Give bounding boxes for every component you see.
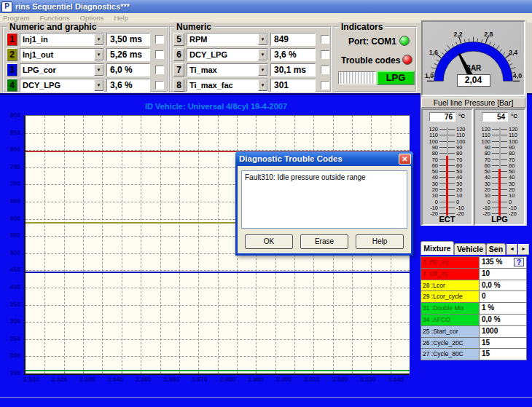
chevron-down-icon[interactable]: ▼ [258, 33, 267, 45]
table-row-label: 4 :Off_inj [421, 269, 480, 280]
channel-row: 6DCY_LPG▼3,6 % [171, 47, 330, 62]
tab-vehicle[interactable]: Vehicle [454, 243, 486, 255]
x-axis-tick-label: 2.990 [243, 376, 269, 383]
table-row-label: 27 :Cycle_80C [421, 349, 480, 360]
x-axis-tick-label: 3.010 [299, 376, 325, 383]
table-row: 34 :AFCO0,0 % [421, 315, 526, 326]
y-axis-tick-label: 450 [0, 266, 20, 273]
channel-checkbox[interactable] [321, 81, 329, 90]
channel-checkbox[interactable] [321, 66, 329, 74]
channel-dropdown[interactable]: DCY_LPG▼ [20, 79, 104, 92]
y-axis-tick-label: 350 [0, 301, 20, 308]
grid-line-vertical [44, 116, 45, 374]
trace-lpg_cor [26, 272, 410, 273]
table-row-label: 31 :Double Mix [421, 303, 480, 314]
channel-number-box: 1 [7, 33, 17, 46]
y-axis-tick-label: 200 [0, 352, 20, 359]
chevron-down-icon[interactable]: ▼ [258, 49, 267, 60]
chevron-down-icon[interactable]: ▼ [94, 33, 103, 45]
help-icon[interactable]: ? [514, 258, 524, 266]
channel-dropdown[interactable]: LPG_cor▼ [20, 63, 104, 76]
channel-row: 3LPG_cor▼6,0 % [4, 62, 167, 77]
channel-dropdown[interactable]: RPM▼ [187, 33, 268, 46]
thermometer-name: ECT [423, 215, 472, 224]
tab-mixture[interactable]: Mixture [420, 241, 454, 255]
close-icon[interactable]: ✕ [399, 154, 411, 165]
table-row-value: 15 [480, 338, 526, 349]
title-bar[interactable]: P rins Sequentiel Diagnostics*** [0, 0, 532, 13]
lpg-fuel-button[interactable]: LPG [377, 71, 415, 85]
chart-x-axis: 2.9102.9202.9302.9402.9502.9602.9702.980… [24, 376, 418, 384]
channel-number-box: 6 [173, 48, 184, 61]
x-axis-tick-label: 2.980 [215, 376, 241, 383]
dialog-title-bar[interactable]: Diagnostic Trouble Codes ✕ [235, 151, 413, 166]
x-axis-tick-label: 2.930 [74, 376, 101, 383]
channel-dropdown[interactable]: Ti_max_fac▼ [187, 79, 268, 92]
fuel-pressure-caption: Fuel line Pressure [Bar] [421, 98, 525, 108]
table-row-label: 29 :Lcor_cycle [421, 291, 480, 302]
tab-scroll-right-icon[interactable]: ► [518, 244, 529, 255]
menu-options[interactable]: Options [80, 14, 104, 22]
channel-dropdown-label: Ti_max_fac [187, 81, 258, 90]
channel-dropdown[interactable]: Ti_max▼ [187, 63, 268, 76]
tab-sensors[interactable]: Sen [486, 243, 506, 255]
x-axis-tick-label: 2.970 [187, 376, 213, 383]
ok-button[interactable]: OK [245, 234, 293, 249]
menu-functions[interactable]: Functions [39, 14, 69, 22]
channel-dropdown[interactable]: Inj1_in▼ [20, 33, 104, 46]
erase-button[interactable]: Erase [300, 234, 348, 249]
y-axis-tick-label: 250 [0, 335, 20, 342]
y-axis-tick-label: 800 [0, 146, 20, 153]
thermometer-unit-label: °C [458, 113, 465, 119]
channel-number-box: 2 [7, 48, 17, 61]
chevron-down-icon[interactable]: ▼ [94, 49, 103, 60]
channel-checkbox[interactable] [321, 50, 329, 59]
table-row: 29 :Lcor_cycle0 [421, 291, 526, 303]
table-row: 31 :Double Mix1 % [421, 303, 526, 315]
channel-value: 3,6 % [270, 48, 316, 61]
grid-line-vertical [218, 116, 219, 374]
channel-value: 301 [270, 79, 316, 92]
dialog-title: Diagnostic Trouble Codes [239, 154, 399, 163]
app-icon: P [1, 1, 12, 12]
x-axis-tick-label: 2.940 [103, 376, 129, 383]
help-button[interactable]: Help [356, 234, 404, 249]
menu-program[interactable]: Program [3, 14, 29, 22]
channel-checkbox[interactable] [155, 50, 164, 59]
menu-help[interactable]: Help [114, 14, 128, 22]
table-row-value: 0,0 % [480, 280, 526, 291]
chevron-down-icon[interactable]: ▼ [94, 79, 103, 91]
trouble-codes-label: Trouble codes [341, 55, 400, 66]
trouble-status-led [402, 55, 412, 65]
chart-y-axis: 9008508007507006506005505004504003503002… [0, 115, 22, 377]
dialog-body: Fault310: Idle pressure outside range OK… [235, 166, 413, 256]
thermometer-value: 54 [482, 112, 508, 122]
chart-title: ID Vehicle: Universal 4/8cyl 19-4-2007 [24, 102, 408, 111]
table-row-value: 1000 [480, 326, 526, 337]
channel-row: 8Ti_max_fac▼301 [171, 77, 330, 92]
channel-checkbox[interactable] [155, 35, 164, 44]
channel-checkbox[interactable] [155, 81, 164, 90]
chevron-down-icon[interactable]: ▼ [258, 79, 267, 91]
gauge-unit-label: BAR [423, 64, 524, 72]
channel-dropdown[interactable]: Inj1_out▼ [20, 48, 104, 61]
channel-dropdown[interactable]: DCY_LPG▼ [187, 48, 268, 61]
svg-text:4,0: 4,0 [513, 72, 522, 79]
x-axis-tick-label: 3.000 [271, 376, 297, 383]
fault-list[interactable]: Fault310: Idle pressure outside range [241, 170, 407, 229]
chevron-down-icon[interactable]: ▼ [258, 64, 267, 76]
tab-scroll-left-icon[interactable]: ◄ [506, 244, 517, 255]
grid-line-vertical [179, 116, 180, 374]
channel-row: 4DCY_LPG▼3,6 % [4, 77, 167, 92]
channel-row: 7Ti_max▼30,1 ms [171, 62, 330, 77]
channel-checkbox[interactable] [321, 35, 329, 44]
grid-line-vertical [122, 116, 122, 374]
channel-dropdown-label: Ti_max [187, 66, 258, 74]
numeric-graphic-group: Numeric and graphic 1Inj1_in▼3,50 ms2Inj… [2, 26, 168, 92]
dialog-button-row: OK Erase Help [238, 234, 411, 249]
y-axis-tick-label: 850 [0, 129, 20, 136]
chevron-down-icon[interactable]: ▼ [94, 64, 103, 76]
table-row-value: 0,0 % [480, 315, 526, 325]
table-row-value: 1 % [480, 303, 526, 314]
channel-checkbox[interactable] [155, 66, 164, 74]
